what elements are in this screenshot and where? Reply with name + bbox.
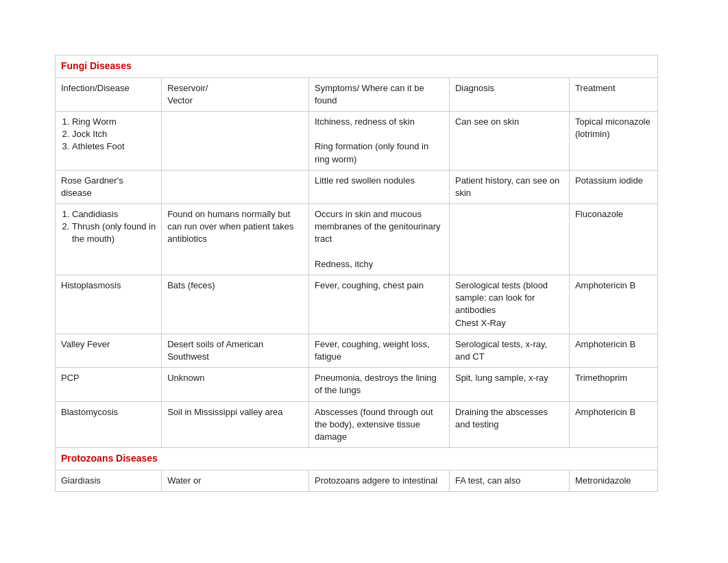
col-diagnosis: Diagnosis <box>449 77 569 111</box>
col-reservoir: Reservoir/Vector <box>162 77 309 111</box>
reservoir-cell: Desert soils of American Southwest <box>162 334 309 367</box>
disease-cell: Valley Fever <box>56 334 162 367</box>
table-row: Valley Fever Desert soils of American So… <box>56 334 658 367</box>
treatment-cell: Potassium iodide <box>569 170 657 203</box>
treatment-cell: Trimethoprim <box>569 368 657 401</box>
symptoms-cell: Fever, coughing, chest pain <box>308 275 449 334</box>
symptoms-cell: Little red swollen nodules <box>308 170 449 203</box>
disease-cell: Histoplasmosis <box>56 275 162 334</box>
table-row: Histoplasmosis Bats (feces) Fever, cough… <box>56 275 658 334</box>
symptoms-cell: Abscesses (found through out the body), … <box>308 401 449 448</box>
col-symptoms: Symptoms/ Where can it be found <box>308 77 449 111</box>
table-row: PCP Unknown Pneumonia, destroys the lini… <box>56 368 658 401</box>
treatment-cell: Fluconazole <box>569 204 657 275</box>
diseases-table: Fungi Diseases Infection/Disease Reservo… <box>55 55 658 492</box>
table-row: Candidiasis Thrush (only found in the mo… <box>56 204 658 275</box>
symptoms-cell: Itchiness, redness of skin Ring formatio… <box>308 111 449 170</box>
numbered-list: Ring Worm Jock Itch Athletes Foot <box>61 116 156 153</box>
fungi-section-header-row: Fungi Diseases <box>56 55 658 78</box>
symptoms-cell: Pneumonia, destroys the lining of the lu… <box>308 368 449 401</box>
reservoir-cell: Unknown <box>162 368 309 401</box>
table-row: Blastomycosis Soil in Mississippi valley… <box>56 401 658 448</box>
treatment-cell: Amphotericin B <box>569 275 657 334</box>
diagnosis-cell: Can see on skin <box>449 111 569 170</box>
diagnosis-cell <box>449 204 569 275</box>
treatment-cell: Amphotericin B <box>569 401 657 448</box>
diagnosis-cell: Spit, lung sample, x-ray <box>449 368 569 401</box>
disease-cell: Rose Gardner's disease <box>56 170 162 203</box>
reservoir-cell <box>162 170 309 203</box>
reservoir-cell: Bats (feces) <box>162 275 309 334</box>
symptoms-cell: Fever, coughing, weight loss, fatigue <box>308 334 449 367</box>
disease-cell: Blastomycosis <box>56 401 162 448</box>
page: Fungi Diseases Infection/Disease Reservo… <box>0 0 728 563</box>
symptoms-cell: Occurs in skin and mucous membranes of t… <box>308 204 449 275</box>
disease-cell: Giardiasis <box>56 470 162 491</box>
treatment-cell: Metronidazole <box>569 470 657 491</box>
table-row: Ring Worm Jock Itch Athletes Foot Itchin… <box>56 111 658 170</box>
list-item: Ring Worm <box>72 116 156 128</box>
col-treatment: Treatment <box>569 77 657 111</box>
reservoir-cell: Water or <box>162 470 309 491</box>
protozoans-section-header: Protozoans Diseases <box>56 448 658 471</box>
treatment-cell: Amphotericin B <box>569 334 657 367</box>
reservoir-cell: Soil in Mississippi valley area <box>162 401 309 448</box>
list-item: Athletes Foot <box>72 140 156 153</box>
table-row: Rose Gardner's disease Little red swolle… <box>56 170 658 203</box>
diagnosis-cell: Patient history, can see on skin <box>449 170 569 203</box>
diagnosis-cell: Serological tests (blood sample: can loo… <box>449 275 569 334</box>
numbered-list: Candidiasis Thrush (only found in the mo… <box>61 208 156 246</box>
disease-cell: Candidiasis Thrush (only found in the mo… <box>56 204 162 275</box>
list-item: Thrush (only found in the mouth) <box>72 221 156 245</box>
fungi-section-header: Fungi Diseases <box>56 55 658 78</box>
diagnosis-cell: FA test, can also <box>449 470 569 491</box>
disease-cell: Ring Worm Jock Itch Athletes Foot <box>56 111 162 170</box>
diagnosis-cell: Serological tests, x-ray, and CT <box>449 334 569 367</box>
table-row: Giardiasis Water or Protozoans adgere to… <box>56 470 658 491</box>
reservoir-cell <box>162 111 309 170</box>
list-item: Candidiasis <box>72 208 156 221</box>
disease-cell: PCP <box>56 368 162 401</box>
protozoans-section-header-row: Protozoans Diseases <box>56 448 658 471</box>
diagnosis-cell: Draining the abscesses and testing <box>449 401 569 448</box>
col-infection: Infection/Disease <box>56 77 162 111</box>
column-header-row: Infection/Disease Reservoir/Vector Sympt… <box>56 77 658 111</box>
list-item: Jock Itch <box>72 128 156 140</box>
reservoir-cell: Found on humans normally but can run ove… <box>162 204 309 275</box>
treatment-cell: Topical miconazole (lotrimin) <box>569 111 657 170</box>
symptoms-cell: Protozoans adgere to intestinal <box>308 470 449 491</box>
